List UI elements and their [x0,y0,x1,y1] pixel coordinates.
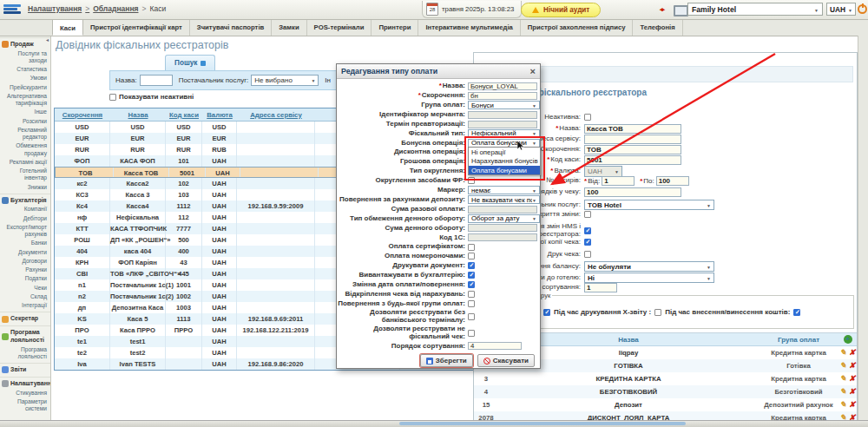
balance-select[interactable]: Не обнуляти [584,261,714,272]
device-tab[interactable]: Каси [52,19,83,36]
provider-filter-select[interactable]: Не вибрано [251,75,319,86]
add-payment-icon[interactable] [844,335,852,344]
fiscal-type-select[interactable]: Нефіскальний [468,129,540,138]
deposit-return-select[interactable]: Не вказувати чек пол [468,195,540,204]
address-field[interactable] [584,135,681,144]
sidebar-item[interactable]: Податки [0,274,50,283]
device-tab[interactable]: Пристрої захоплення підпису [521,19,634,36]
device-tab[interactable]: Замки [272,19,306,36]
edit-icon[interactable] [839,401,846,409]
sidebar-item[interactable]: Параметри системи [0,397,50,413]
physical-copy-checkbox[interactable] [584,239,591,246]
edit-icon[interactable] [839,388,846,396]
sidebar-item[interactable]: Послуги та заходи [0,49,50,65]
sort-order-field[interactable]: 4 [468,342,522,350]
non-fiscal-checkbox[interactable] [468,330,475,337]
sidebar-item[interactable]: Експорт/Імпорт рахунків [0,223,50,239]
dropdown-option[interactable]: Ні операції [469,148,540,157]
device-tab[interactable]: Принтери [372,19,418,36]
code-1c-field[interactable] [468,233,537,241]
variable-date-checkbox[interactable] [468,281,475,288]
sidebar-item[interactable]: Налаштування [0,377,50,389]
delete-icon[interactable] [849,349,856,357]
sidebar-item[interactable]: Обмеження продажу [0,141,50,157]
show-inactive-toggle[interactable]: Показувати неактивні [109,93,194,101]
delete-icon[interactable] [849,362,856,370]
fr-rounding-checkbox[interactable] [468,177,475,184]
cash-io-checkbox[interactable] [654,309,661,316]
code-field[interactable]: 5001 [584,155,681,165]
device-tab[interactable]: Інтерактивне мультимедіа [418,19,520,36]
sidebar-item[interactable]: Готельний інвентар [0,167,50,182]
sidebar-item[interactable]: Продаж [0,37,50,49]
breadcrumb-item[interactable]: Обладнання [85,4,138,13]
payment-abbr-field[interactable]: бн [468,92,537,100]
print-check-checkbox[interactable] [584,251,591,258]
sidebar-item[interactable]: Склад [0,292,50,301]
sidebar-item[interactable]: Дебітори [0,214,50,223]
sidebar-item[interactable]: Розсилки [0,117,50,126]
edit-icon[interactable] [839,375,846,383]
sidebar-item[interactable]: Інше [0,108,50,116]
sidebar-item[interactable]: Банки [0,239,50,247]
sidebar-item[interactable]: Програма лояльності [0,345,50,361]
export-accounting-checkbox[interactable] [468,272,475,279]
show-inactive-checkbox[interactable] [109,94,116,101]
sidebar-item[interactable]: Умови [0,74,50,82]
hotel-select[interactable]: Family Hotel [687,3,823,16]
sidebar-item[interactable]: Документи [0,248,50,257]
no-terminal-checkbox[interactable] [468,313,475,320]
col-address[interactable]: Адреса сервісу [237,111,315,119]
device-tab[interactable]: Пристрої ідентифікації карт [83,19,190,36]
sidebar-item[interactable]: Альтернативна тарифікація [0,92,50,108]
sidebar-item[interactable]: Стикування [0,389,50,397]
col-abbr[interactable]: Скорочення [55,111,110,119]
payment-group-select[interactable]: Бонуси [468,101,540,109]
save-button[interactable]: Зберегти [420,354,473,367]
cancel-button[interactable]: Скасувати [477,354,535,367]
sidebar-item[interactable]: Рекламний редактор [0,126,50,141]
sidebar-item[interactable]: Рахунки [0,266,50,274]
payment-row[interactable]: 4 БЕЗГОТІВКОВИЙ Безготівковий [474,385,857,398]
device-tab[interactable]: Зчитувачі паспортів [190,19,272,36]
inactive-checkbox[interactable] [584,114,591,121]
sidebar-item[interactable]: Звіти [0,363,50,375]
hotel-send-select[interactable]: Ні [584,273,714,283]
sidebar-item[interactable]: Знижки [0,183,50,192]
power-icon[interactable] [858,4,867,14]
provider-select[interactable]: ТОВ Hotel [584,200,714,210]
certificate-checkbox[interactable] [468,244,475,251]
horizontal-scrollbar[interactable] [399,422,686,425]
payment-row[interactable]: 3 КРЕДИТНА КАРТКА Кредитна картка [474,372,857,385]
delete-icon[interactable] [849,375,856,383]
monitor-icon[interactable] [674,5,688,16]
dropdown-option[interactable]: Нарахування бонусів [469,156,540,166]
sidebar-item[interactable]: Прейскуранти [0,83,50,92]
breadcrumb-item[interactable]: Каси [141,4,166,13]
room-nights-checkbox[interactable] [468,253,475,259]
sidebar-item[interactable]: Інтеграції [0,301,50,310]
any-group-return-checkbox[interactable] [468,300,475,307]
night-audit-badge[interactable]: Нічний аудит [521,3,601,17]
payment-row[interactable]: 15 Депозит Депозитний рахунок [474,398,857,411]
xreport-checkbox[interactable] [543,309,550,316]
sync-checkbox[interactable] [584,227,591,234]
cashier-from-field[interactable]: 1 [602,176,635,186]
sidebar-item[interactable]: Компанії [0,205,50,214]
daily-limit-select[interactable]: Оборот за дату [468,214,540,223]
print-document-checkbox[interactable] [468,262,475,269]
payment-name-field[interactable]: Бонуси_LOYAL [468,82,537,90]
lines-field[interactable]: 100 [584,187,681,197]
delete-icon[interactable] [849,388,856,396]
dropdown-option[interactable]: Оплата бонусами [469,166,540,175]
date-widget[interactable]: 28 травня 2025р. 13:08:23 [422,1,522,18]
sidebar-collapse-icon[interactable]: ◂ [46,36,49,43]
cash-io-extra-checkbox[interactable] [793,309,800,316]
marker-select[interactable]: немає [468,186,540,194]
close-icon[interactable] [530,67,536,76]
breadcrumb-item[interactable]: Налаштування [28,4,82,13]
device-tab[interactable]: Телефонія [633,19,682,36]
currency-select[interactable]: UAH [826,3,856,16]
sort-field[interactable]: 1 [584,283,617,292]
shift-open-checkbox[interactable] [584,211,591,218]
